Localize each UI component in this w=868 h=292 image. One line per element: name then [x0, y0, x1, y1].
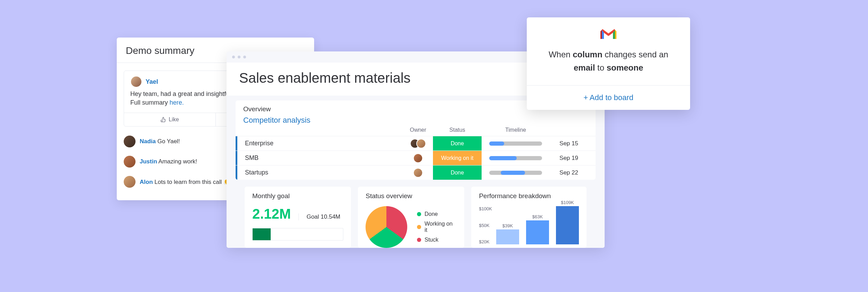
widget-title: Status overview	[366, 192, 457, 200]
table-header: Owner Status Timeline	[236, 127, 596, 136]
comment-text: Go Yael!	[156, 138, 180, 145]
bar: $109K	[556, 206, 579, 244]
thumbs-up-icon	[161, 117, 166, 122]
legend-item: Stuck	[417, 237, 457, 243]
timeline-bar[interactable]	[489, 141, 542, 146]
legend-item: Working on it	[417, 221, 457, 233]
owner-cell[interactable]	[406, 153, 430, 163]
performance-widget: Performance breakdown $100K $50K $20K $3…	[471, 187, 587, 248]
token-column[interactable]: column	[573, 50, 602, 59]
pie-legend: Done Working on it Stuck	[417, 211, 457, 243]
bar: $63K	[526, 220, 549, 244]
date-cell: Sep 19	[550, 155, 588, 162]
row-name: Enterprise	[236, 136, 403, 151]
col-status: Status	[433, 127, 482, 133]
widget-title: Performance breakdown	[479, 192, 579, 200]
col-timeline: Timeline	[484, 127, 547, 133]
post-link[interactable]: here.	[170, 99, 184, 106]
automation-card: When column changes send an email to som…	[527, 17, 690, 110]
token-email[interactable]: email	[574, 63, 595, 72]
y-axis: $100K $50K $20K	[479, 206, 492, 244]
owner-cell[interactable]	[406, 168, 430, 178]
date-cell: Sep 22	[550, 169, 588, 176]
token-someone[interactable]: someone	[607, 63, 643, 72]
row-name: SMB	[236, 151, 403, 165]
avatar	[124, 176, 136, 188]
goal-target: Goal 10.54M	[298, 213, 340, 220]
avatar	[130, 76, 142, 88]
like-label: Like	[169, 116, 179, 123]
pie-chart	[366, 206, 407, 248]
status-pill[interactable]: Working on it	[433, 151, 482, 165]
bar: $39K	[496, 229, 519, 244]
group-title[interactable]: Competitor analysis	[236, 116, 596, 127]
date-cell: Sep 15	[550, 140, 588, 147]
comment-text: Amazing work!	[157, 158, 197, 165]
automation-sentence: When column changes send an email to som…	[527, 48, 690, 85]
comment-author[interactable]: Alon	[140, 179, 153, 185]
add-to-board-button[interactable]: + Add to board	[527, 85, 690, 110]
comment-author[interactable]: Justin	[140, 158, 157, 165]
status-overview-widget: Status overview Done Working on it Stuck	[358, 187, 464, 248]
bar-chart: $39K $63K $109K	[496, 206, 579, 244]
table-row[interactable]: Enterprise Done Sep 15	[236, 136, 596, 151]
status-pill[interactable]: Done	[433, 136, 482, 151]
post-author[interactable]: Yael	[146, 78, 158, 86]
avatar	[124, 156, 136, 168]
timeline-bar[interactable]	[489, 156, 542, 160]
col-owner: Owner	[406, 127, 430, 133]
comment-author[interactable]: Nadia	[140, 138, 156, 145]
timeline-bar[interactable]	[489, 171, 542, 175]
widget-title: Monthly goal	[252, 192, 343, 200]
monthly-goal-widget: Monthly goal 2.12M Goal 10.54M	[245, 187, 351, 248]
gmail-icon	[527, 17, 690, 48]
avatar	[124, 136, 136, 147]
goal-value: 2.12M	[252, 206, 291, 222]
table-row[interactable]: SMB Working on it Sep 19	[236, 151, 596, 165]
legend-item: Done	[417, 211, 457, 217]
overview-sheet: Overview Competitor analysis Owner Statu…	[236, 100, 596, 180]
like-button[interactable]: Like	[124, 113, 215, 126]
table-row[interactable]: Startups Done Sep 22	[236, 165, 596, 180]
status-pill[interactable]: Done	[433, 165, 482, 180]
owner-cell[interactable]	[406, 139, 430, 148]
goal-progress-bar	[252, 228, 343, 241]
comment-text: Lots to learn from this call 👏👏	[153, 179, 238, 185]
row-name: Startups	[236, 165, 403, 180]
